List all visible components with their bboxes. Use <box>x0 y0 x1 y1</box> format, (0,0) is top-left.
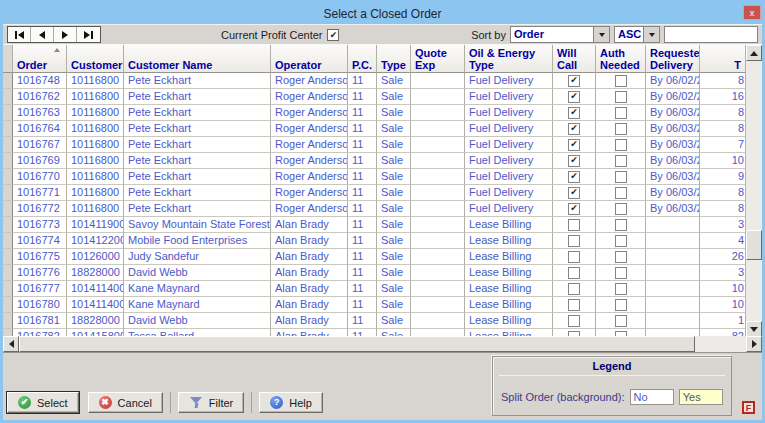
will_call-checkbox[interactable] <box>568 299 580 311</box>
scroll-left-icon[interactable] <box>3 336 19 352</box>
table-row[interactable]: 101677110116800Pete EckhartRoger Anderso… <box>3 185 746 201</box>
f-badge-icon[interactable]: F <box>742 401 755 414</box>
pre_auth-checkbox[interactable] <box>615 123 627 135</box>
will_call-checkbox[interactable] <box>568 235 580 247</box>
chevron-down-icon[interactable] <box>593 27 609 42</box>
table-row[interactable]: 101676410116800Pete EckhartRoger Anderso… <box>3 121 746 137</box>
pre_auth-checkbox[interactable] <box>615 299 627 311</box>
will_call-checkbox[interactable] <box>568 283 580 295</box>
will_call-checkbox[interactable] <box>568 267 580 279</box>
pre_auth-checkbox[interactable] <box>615 219 627 231</box>
scroll-right-icon[interactable] <box>746 336 762 352</box>
previous-record-button[interactable] <box>31 27 54 42</box>
table-row[interactable]: 1016780101411400Kane MaynardAlan Brady11… <box>3 297 746 313</box>
row-selector[interactable] <box>3 265 13 281</box>
vertical-scrollbar[interactable] <box>746 45 762 337</box>
table-row[interactable]: 101677210116800Pete EckhartRoger Anderso… <box>3 201 746 217</box>
column-header-customer-name[interactable]: Customer Name <box>124 45 271 73</box>
column-header-will-call[interactable]: Will Call <box>553 45 596 73</box>
chevron-down-icon[interactable] <box>643 27 659 42</box>
table-row[interactable]: 101676910116800Pete EckhartRoger Anderso… <box>3 153 746 169</box>
next-record-button[interactable] <box>54 27 77 42</box>
pre_auth-checkbox[interactable] <box>615 75 627 87</box>
column-header-oil-energy-type[interactable]: Oil & Energy Type <box>465 45 553 73</box>
help-button[interactable]: ? Help <box>259 392 323 413</box>
column-header-quote-exp[interactable]: Quote Exp <box>411 45 465 73</box>
pre_auth-checkbox[interactable] <box>615 267 627 279</box>
pre_auth-checkbox[interactable] <box>615 251 627 263</box>
column-header-pre-auth[interactable]: Pre-Auth Needed <box>596 45 646 73</box>
pre_auth-checkbox[interactable] <box>615 107 627 119</box>
close-icon[interactable]: x <box>743 5 761 20</box>
sort-direction-select[interactable]: ASC <box>614 26 660 43</box>
row-selector[interactable] <box>3 233 13 249</box>
column-header-pc[interactable]: P.C. <box>348 45 377 73</box>
scroll-down-icon[interactable] <box>746 321 762 337</box>
table-row[interactable]: 101676310116800Pete EckhartRoger Anderso… <box>3 105 746 121</box>
row-selector[interactable] <box>3 105 13 121</box>
first-record-button[interactable] <box>8 27 31 42</box>
row-selector[interactable] <box>3 217 13 233</box>
will_call-checkbox[interactable]: ✔ <box>568 91 580 103</box>
will_call-checkbox[interactable] <box>568 219 580 231</box>
pre_auth-checkbox[interactable] <box>615 187 627 199</box>
pre_auth-checkbox[interactable] <box>615 155 627 167</box>
row-selector[interactable] <box>3 297 13 313</box>
will_call-checkbox[interactable]: ✔ <box>568 203 580 215</box>
table-row[interactable]: 101678118828000David WebbAlan Brady11Sal… <box>3 313 746 329</box>
pre_auth-checkbox[interactable] <box>615 203 627 215</box>
pre_auth-checkbox[interactable] <box>615 235 627 247</box>
will_call-checkbox[interactable]: ✔ <box>568 187 580 199</box>
will_call-checkbox[interactable]: ✔ <box>568 107 580 119</box>
cancel-button[interactable]: ✖ Cancel <box>88 392 163 413</box>
select-button[interactable]: ✔ Select <box>7 392 79 413</box>
will_call-checkbox[interactable]: ✔ <box>568 139 580 151</box>
row-selector[interactable] <box>3 73 13 89</box>
row-selector[interactable] <box>3 281 13 297</box>
row-selector[interactable] <box>3 89 13 105</box>
horizontal-scroll-thumb[interactable] <box>19 336 695 352</box>
row-selector[interactable] <box>3 137 13 153</box>
table-row[interactable]: 101677510126000Judy SandefurAlan Brady11… <box>3 249 746 265</box>
current-profit-center-checkbox[interactable]: ✔ <box>327 29 339 41</box>
column-header-operator[interactable]: Operator <box>271 45 348 73</box>
pre_auth-checkbox[interactable] <box>615 139 627 151</box>
table-row[interactable]: 1016773101411900Savoy Mountain State For… <box>3 217 746 233</box>
filter-button[interactable]: Filter <box>178 392 244 413</box>
row-selector[interactable] <box>3 153 13 169</box>
column-header-type[interactable]: Type <box>377 45 411 73</box>
pre_auth-checkbox[interactable] <box>615 283 627 295</box>
pre_auth-checkbox[interactable] <box>615 171 627 183</box>
pre_auth-checkbox[interactable] <box>615 315 627 327</box>
last-record-button[interactable] <box>77 27 100 42</box>
sort-field-select[interactable]: Order <box>510 26 610 43</box>
row-selector[interactable] <box>3 249 13 265</box>
vertical-scroll-thumb[interactable] <box>746 230 762 260</box>
column-header-customer[interactable]: Customer <box>67 45 124 73</box>
row-selector[interactable] <box>3 201 13 217</box>
table-row[interactable]: 101676210116800Pete EckhartRoger Anderso… <box>3 89 746 105</box>
will_call-checkbox[interactable]: ✔ <box>568 171 580 183</box>
table-row[interactable]: 1016774101412200Mobile Food EnterprisesA… <box>3 233 746 249</box>
will_call-checkbox[interactable] <box>568 251 580 263</box>
table-row[interactable]: 1016777101411400Kane MaynardAlan Brady11… <box>3 281 746 297</box>
column-header-total[interactable]: T <box>700 45 746 73</box>
will_call-checkbox[interactable]: ✔ <box>568 123 580 135</box>
table-row[interactable]: 101674810116800Pete EckhartRoger Anderso… <box>3 73 746 89</box>
column-header-requested-delivery[interactable]: Requested Delivery <box>646 45 700 73</box>
pre_auth-checkbox[interactable] <box>615 91 627 103</box>
row-selector[interactable] <box>3 313 13 329</box>
horizontal-scrollbar[interactable] <box>3 336 762 352</box>
will_call-checkbox[interactable]: ✔ <box>568 155 580 167</box>
scroll-up-icon[interactable] <box>746 45 762 61</box>
row-selector[interactable] <box>3 169 13 185</box>
table-row[interactable]: 101677618828000David WebbAlan Brady11Sal… <box>3 265 746 281</box>
table-row[interactable]: 101676710116800Pete EckhartRoger Anderso… <box>3 137 746 153</box>
will_call-checkbox[interactable]: ✔ <box>568 75 580 87</box>
row-selector[interactable] <box>3 121 13 137</box>
search-input[interactable] <box>664 26 758 43</box>
table-row[interactable]: 101677010116800Pete EckhartRoger Anderso… <box>3 169 746 185</box>
column-header-order[interactable]: Order <box>13 45 67 73</box>
will_call-checkbox[interactable] <box>568 315 580 327</box>
row-selector[interactable] <box>3 185 13 201</box>
